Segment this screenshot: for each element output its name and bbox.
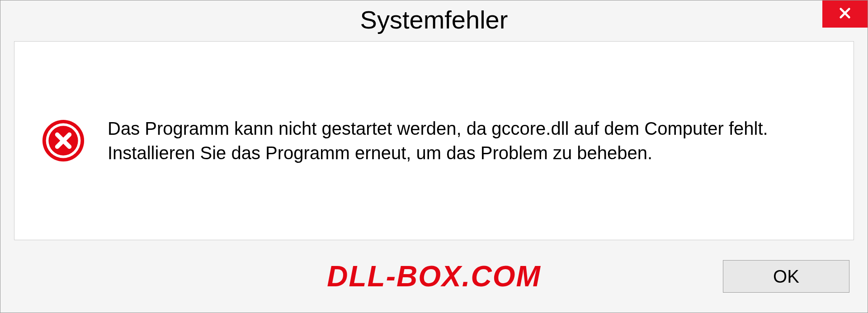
error-dialog: Systemfehler Das Programm kann nicht ges… [0,0,868,313]
watermark-text: DLL-BOX.COM [327,260,541,293]
titlebar: Systemfehler [0,0,868,37]
dialog-title: Systemfehler [360,5,508,34]
close-button[interactable] [822,0,868,28]
close-icon [838,6,852,22]
content-area: Das Programm kann nicht gestartet werden… [14,41,854,240]
error-icon [42,119,85,162]
ok-button[interactable]: OK [723,260,849,293]
error-message: Das Programm kann nicht gestartet werden… [108,116,826,165]
dialog-footer: DLL-BOX.COM OK [0,249,868,313]
ok-button-label: OK [773,266,799,287]
